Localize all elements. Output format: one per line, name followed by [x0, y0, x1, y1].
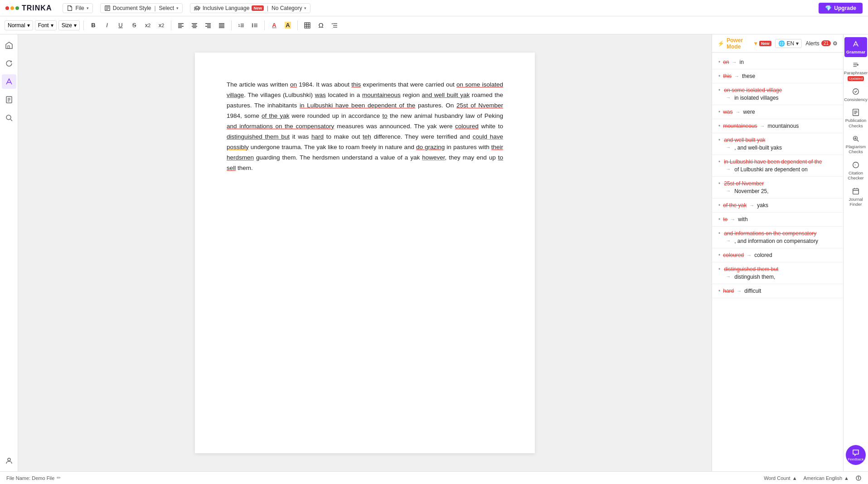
italic-button[interactable]: I	[101, 19, 113, 31]
word-count-button[interactable]: Word Count ▲	[764, 475, 797, 481]
error-teh: teh	[363, 133, 371, 140]
suggestion-arrow: →	[736, 109, 741, 115]
justify-button[interactable]	[216, 19, 228, 31]
suggestion-informations[interactable]: • and informations on the compensatory →…	[712, 227, 843, 248]
plagiarism-label: Plagiarism Checks	[846, 144, 866, 155]
grammar-tab[interactable]: Grammar	[844, 37, 867, 57]
error-25st: 25st of Nvember	[456, 102, 503, 109]
feedback-icon	[852, 449, 859, 456]
sidebar-home-icon[interactable]	[2, 38, 16, 53]
toolbar-sep-3	[231, 20, 232, 30]
plagiarism-checks-tab[interactable]: Plagiarism Checks	[844, 132, 867, 157]
paraphraser-tab[interactable]: Paraphraser Updated	[844, 58, 867, 83]
suggestion-mountaineous[interactable]: • mountaineous → mountainous	[712, 119, 843, 133]
logo-dot-orange	[10, 6, 14, 10]
suggestion-replacement: yaks	[757, 202, 768, 208]
special-char-button[interactable]: Ω	[315, 19, 327, 31]
align-left-button[interactable]	[175, 19, 187, 31]
align-left-icon	[178, 22, 184, 29]
sidebar-refresh-icon[interactable]	[2, 56, 16, 71]
consistency-tab[interactable]: Consistency	[844, 85, 867, 105]
doc-style-button[interactable]: Document Style | Select ▾	[100, 3, 183, 13]
file-icon	[67, 5, 73, 11]
suggestion-arrow: →	[732, 59, 737, 65]
suggestion-of-the-yak[interactable]: • of the yak → yaks	[712, 198, 843, 213]
inclusive-value: No Category	[272, 5, 302, 11]
underline-button[interactable]: U	[115, 19, 126, 31]
suggestion-on-in[interactable]: • on → in	[712, 55, 843, 69]
toolbar-sep-1	[83, 20, 84, 30]
suggestion-replacement: colored	[754, 252, 772, 258]
citation-checker-tab[interactable]: " Citation Checker	[844, 158, 867, 184]
align-center-button[interactable]	[189, 19, 200, 31]
edit-filename-icon[interactable]: ✏	[57, 475, 61, 481]
plagiarism-icon	[852, 135, 860, 143]
suggestions-list: • on → in • this → these • on s	[712, 53, 843, 471]
upgrade-button[interactable]: 💎 Upgrade	[819, 3, 863, 14]
file-button[interactable]: File ▾	[63, 3, 92, 13]
toolbar-sep-5	[297, 20, 298, 30]
suggestion-original: on	[723, 59, 729, 65]
error-do-grazing: do grazing	[416, 144, 445, 150]
language-button-bottom[interactable]: American English ▲	[804, 475, 849, 481]
size-label: Size	[62, 22, 72, 29]
suggestion-this-these[interactable]: • this → these	[712, 69, 843, 83]
align-right-button[interactable]	[202, 19, 214, 31]
suggestion-to-with[interactable]: • to → with	[712, 213, 843, 227]
superscript-button[interactable]: x2	[155, 19, 167, 31]
inclusive-language-button[interactable]: Inclusive Language New | No Category ▾	[190, 3, 310, 13]
style-select[interactable]: Normal ▾	[5, 20, 33, 30]
power-mode-button[interactable]: ⚡ Power Mode ▾ New	[718, 37, 771, 50]
subscript-button[interactable]: x2	[142, 19, 154, 31]
sidebar-notes-icon[interactable]	[2, 92, 16, 107]
error-was: was	[315, 92, 326, 98]
sidebar-search-icon[interactable]	[2, 111, 16, 125]
svg-text:": "	[854, 163, 856, 167]
lang-label: EN	[787, 40, 795, 47]
suggestion-coloured[interactable]: • coloured → colored	[712, 248, 843, 262]
doc-text[interactable]: The article was written on 1984. It was …	[227, 80, 503, 173]
suggestion-25st-nvember[interactable]: • 25st of Nvember → November 25,	[712, 177, 843, 198]
right-panel: ⚡ Power Mode ▾ New 🌐 EN ▾ Alerts 21 ⚙ • …	[712, 34, 843, 471]
suggestion-original: coloured	[723, 252, 744, 258]
suggestion-distinguished[interactable]: • distinguished them but → distinguish t…	[712, 262, 843, 284]
suggestion-lulbushki[interactable]: • in Lulbushki have been dependent of th…	[712, 155, 843, 177]
sidebar-user-icon[interactable]	[2, 453, 16, 468]
suggestion-replacement: difficult	[744, 288, 761, 294]
strikethrough-button[interactable]: S	[128, 19, 140, 31]
bold-button[interactable]: B	[87, 19, 99, 31]
suggestion-hard-difficult[interactable]: • hard → difficult	[712, 284, 843, 298]
document[interactable]: The article was written on 1984. It was …	[195, 53, 535, 453]
info-button[interactable]	[855, 475, 862, 481]
logo-text: TRINKA	[22, 4, 52, 12]
suggestion-replacement: , and information on compensatory	[734, 238, 818, 244]
table-button[interactable]	[301, 19, 313, 31]
alerts-button[interactable]: Alerts 21 ⚙	[805, 40, 838, 47]
suggestion-isolated-village[interactable]: • on some isolated village → in isolated…	[712, 83, 843, 105]
suggestion-was-were[interactable]: • was → were	[712, 105, 843, 119]
journal-finder-tab[interactable]: Journal Finder	[844, 184, 867, 210]
highlight-button[interactable]: A	[282, 19, 294, 31]
logo: TRINKA	[5, 4, 52, 12]
unordered-list-button[interactable]	[249, 19, 261, 31]
alerts-count: 21	[821, 40, 831, 46]
journal-icon	[852, 187, 860, 195]
editor-area[interactable]: The article was written on 1984. It was …	[18, 34, 712, 471]
ordered-list-button[interactable]: 1.	[235, 19, 247, 31]
suggestion-well-built-yak[interactable]: • and well built yak → , and well-built …	[712, 133, 843, 155]
feedback-button[interactable]: Feedback	[846, 445, 866, 465]
language-button[interactable]: 🌐 EN ▾	[775, 39, 802, 48]
publication-checks-tab[interactable]: Publication Checks	[844, 106, 867, 131]
inclusive-label: Inclusive Language	[203, 5, 249, 11]
power-icon: ⚡	[718, 40, 724, 47]
suggestion-arrow: →	[737, 288, 742, 294]
line-spacing-button[interactable]	[329, 19, 340, 31]
svg-point-6	[194, 7, 196, 9]
suggestion-original: this	[723, 73, 732, 79]
size-select[interactable]: Size ▾	[58, 20, 80, 30]
sidebar-grammar-icon[interactable]	[2, 74, 16, 89]
svg-point-64	[858, 477, 859, 477]
font-color-button[interactable]: A	[268, 19, 280, 31]
word-count-label: Word Count	[764, 475, 790, 481]
font-select[interactable]: Font ▾	[35, 20, 57, 30]
